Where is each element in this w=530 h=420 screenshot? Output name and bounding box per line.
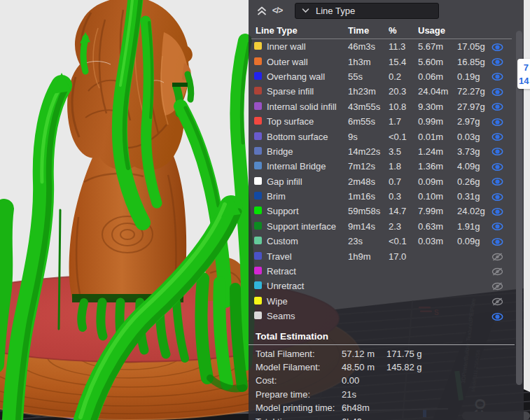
usage-length-value: 9.30m bbox=[418, 102, 457, 112]
line-type-color-swatch bbox=[254, 162, 262, 169]
view-type-value: Line Type bbox=[316, 6, 355, 16]
line-type-label: Support interface bbox=[267, 221, 348, 232]
total-value-length: 6h48m bbox=[342, 402, 386, 413]
line-type-label: Brim bbox=[267, 191, 348, 202]
line-type-label: Wipe bbox=[267, 296, 348, 307]
percent-value: 0.7 bbox=[389, 176, 418, 187]
line-type-row: Wipe bbox=[249, 294, 515, 309]
time-value: 9m14s bbox=[348, 221, 389, 232]
visibility-eye-off-icon[interactable] bbox=[491, 248, 515, 264]
line-type-label: Internal Bridge bbox=[267, 161, 348, 172]
usage-weight-value: 16.85g bbox=[457, 57, 491, 67]
usage-length-value: 0.06m bbox=[418, 71, 457, 82]
usage-weight-value: 3.73g bbox=[457, 146, 491, 157]
percent-value: 1.7 bbox=[389, 116, 418, 127]
total-estimation-body: Total Filament:57.12 m171.75 gModel Fila… bbox=[249, 346, 515, 420]
line-type-row: Support59m58s14.77.99m24.02g bbox=[249, 204, 515, 218]
visibility-eye-icon[interactable] bbox=[491, 159, 515, 174]
line-type-label: Overhang wall bbox=[267, 71, 348, 82]
line-type-row: Support interface9m14s2.30.63m1.91g bbox=[249, 219, 515, 234]
line-type-label: Travel bbox=[267, 251, 348, 262]
visibility-eye-icon[interactable] bbox=[491, 234, 515, 249]
line-type-row: Internal Bridge7m12s1.81.36m4.09g bbox=[249, 159, 515, 174]
visibility-eye-off-icon[interactable] bbox=[491, 263, 515, 279]
usage-weight-value: 4.09g bbox=[457, 161, 491, 172]
usage-weight-value: 0.31g bbox=[457, 191, 491, 202]
visibility-eye-icon[interactable] bbox=[491, 84, 515, 99]
panel-toolbar: </> Line Type bbox=[249, 0, 515, 21]
time-value: 55s bbox=[348, 71, 389, 82]
line-type-color-swatch bbox=[254, 117, 262, 125]
line-type-color-swatch bbox=[254, 102, 262, 110]
time-value: 1h9m bbox=[348, 251, 389, 262]
usage-weight-value: 17.05g bbox=[457, 41, 491, 52]
visibility-eye-icon[interactable] bbox=[491, 39, 515, 55]
line-type-color-swatch bbox=[254, 237, 262, 244]
visibility-eye-icon[interactable] bbox=[491, 309, 515, 324]
layer-range-tooltip: 7 14 bbox=[517, 59, 530, 89]
total-value-weight: 145.82 g bbox=[386, 362, 515, 372]
line-type-color-swatch bbox=[254, 222, 262, 230]
usage-weight-value: 72.27g bbox=[457, 86, 491, 97]
line-type-color-swatch bbox=[254, 297, 262, 304]
line-type-row: Seams bbox=[249, 309, 515, 323]
visibility-eye-icon[interactable] bbox=[491, 54, 515, 69]
percent-value: 15.4 bbox=[389, 57, 418, 67]
visibility-eye-off-icon[interactable] bbox=[491, 279, 515, 294]
percent-value: 3.5 bbox=[389, 146, 418, 157]
visibility-eye-icon[interactable] bbox=[491, 188, 515, 204]
total-estimation-row: Total time:6h49m bbox=[249, 414, 515, 420]
line-type-label: Bridge bbox=[267, 146, 348, 157]
chevron-down-icon bbox=[302, 8, 309, 13]
visibility-eye-icon[interactable] bbox=[491, 99, 515, 114]
line-type-color-swatch bbox=[254, 72, 262, 80]
usage-length-value: 7.99m bbox=[418, 206, 457, 216]
time-value: 43m55s bbox=[348, 102, 389, 112]
total-estimation-title: Total Estimation bbox=[249, 330, 515, 343]
visibility-eye-icon[interactable] bbox=[491, 174, 515, 189]
line-type-label: Outer wall bbox=[267, 57, 348, 67]
visibility-eye-icon[interactable] bbox=[491, 218, 515, 234]
line-type-row: Outer wall1h3m15.45.60m16.85g bbox=[249, 54, 515, 69]
col-line-type: Line Type bbox=[256, 25, 348, 36]
totals-divider bbox=[249, 344, 515, 345]
gcode-view-icon[interactable]: </> bbox=[270, 3, 285, 18]
visibility-eye-icon[interactable] bbox=[491, 204, 515, 219]
line-type-row: Unretract bbox=[249, 279, 515, 293]
time-value: 14m22s bbox=[348, 146, 389, 157]
layer-range-bottom: 14 bbox=[519, 74, 529, 88]
total-label: Model Filament: bbox=[256, 362, 342, 372]
line-type-table-body: Inner wall46m3s11.35.67m17.05gOuter wall… bbox=[249, 39, 515, 323]
line-type-row: Top surface6m55s1.70.99m2.97g bbox=[249, 114, 515, 129]
time-value: 9s bbox=[348, 132, 389, 142]
total-estimation-row: Prepare time:21s bbox=[249, 388, 515, 401]
total-label: Model printing time: bbox=[256, 402, 342, 413]
percent-value: 20.3 bbox=[389, 86, 418, 97]
total-estimation-row: Total Filament:57.12 m171.75 g bbox=[249, 346, 515, 360]
line-type-row: Gap infill2m48s0.70.09m0.26g bbox=[249, 174, 515, 189]
line-type-color-swatch bbox=[254, 132, 262, 140]
usage-length-value: 0.63m bbox=[418, 221, 457, 232]
view-type-dropdown[interactable]: Line Type bbox=[295, 3, 439, 19]
line-type-label: Sparse infill bbox=[267, 86, 348, 97]
visibility-eye-icon[interactable] bbox=[491, 113, 515, 129]
visibility-eye-icon[interactable] bbox=[491, 129, 515, 144]
visibility-eye-icon[interactable] bbox=[491, 69, 515, 84]
usage-length-value: 5.67m bbox=[418, 41, 457, 52]
line-type-row: Brim1m16s0.30.10m0.31g bbox=[249, 189, 515, 204]
layer-range-top: 7 bbox=[519, 61, 529, 74]
visibility-eye-icon[interactable] bbox=[491, 144, 515, 159]
total-label: Total time: bbox=[256, 416, 342, 420]
line-type-row: Travel1h9m17.0 bbox=[249, 248, 515, 263]
collapse-panel-icon[interactable] bbox=[254, 3, 270, 18]
line-type-label: Bottom surface bbox=[267, 132, 348, 142]
visibility-eye-off-icon[interactable] bbox=[491, 293, 515, 309]
percent-value: 1.8 bbox=[389, 161, 418, 172]
line-type-label: Unretract bbox=[267, 281, 348, 291]
line-type-color-swatch bbox=[254, 42, 262, 50]
line-type-color-swatch bbox=[254, 206, 262, 214]
usage-length-value: 24.04m bbox=[418, 86, 457, 97]
total-value-length: 0.00 bbox=[342, 375, 386, 386]
line-type-color-swatch bbox=[254, 57, 262, 65]
line-type-row: Bottom surface9s<0.10.01m0.03g bbox=[249, 129, 515, 144]
